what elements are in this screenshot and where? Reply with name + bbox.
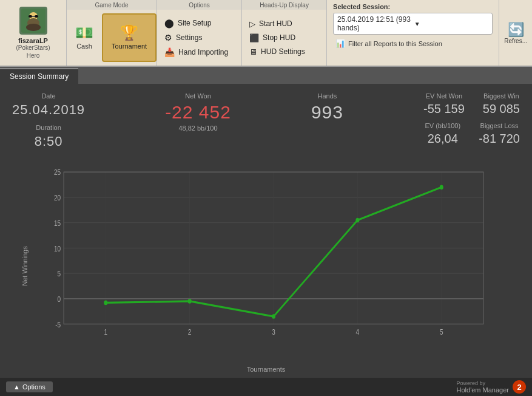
svg-point-33 <box>188 299 192 304</box>
svg-text:25: 25 <box>54 168 61 176</box>
stop-hud-icon: ⬛ <box>249 33 259 43</box>
duration-value: 8:50 <box>35 134 63 149</box>
tab-bar: Session Summary <box>0 67 532 84</box>
biggest-win-value: 59 085 <box>483 102 520 116</box>
start-hud-item[interactable]: ▷ Start HUD <box>247 18 322 30</box>
avatar <box>19 7 47 35</box>
refresh-section: 🔄 Refres... <box>499 0 532 66</box>
tournament-button[interactable]: 🏆 Tournament <box>102 13 157 62</box>
hud-settings-icon: 🖥 <box>249 47 257 56</box>
site-setup-item[interactable]: ⬤ Site Setup <box>162 17 237 29</box>
hand-importing-item[interactable]: 📥 Hand Importing <box>162 46 237 58</box>
options-bottom-label: Options <box>22 383 45 391</box>
net-won-value: -22 452 <box>165 102 231 123</box>
svg-point-34 <box>272 314 275 319</box>
site-setup-icon: ⬤ <box>164 18 174 28</box>
cash-label: Cash <box>76 43 92 50</box>
game-mode-section: Game Mode 💵 Cash 🏆 Tournament <box>67 0 157 66</box>
hands-value: 993 <box>311 102 343 123</box>
hero-section: fiszaraLP (PokerStars) Hero <box>0 0 67 66</box>
hud-settings-label: HUD Settings <box>261 47 305 56</box>
hero-sub: (PokerStars) <box>16 44 50 51</box>
hud-items: ▷ Start HUD ⬛ Stop HUD 🖥 HUD Settings <box>242 10 326 66</box>
y-axis-label: Net Winnings <box>21 246 29 285</box>
refresh-button[interactable]: 🔄 Refres... <box>504 22 527 44</box>
session-value: 25.04.2019 12:51 (993 hands) <box>337 15 412 32</box>
biggest-win-label: Biggest Win <box>483 92 519 100</box>
ev-bb100-value: 26,04 <box>428 132 458 146</box>
hand-importing-icon: 📥 <box>164 47 175 57</box>
duration-label: Duration <box>36 124 61 131</box>
date-col: Date 25.04.2019 Duration 8:50 <box>12 92 85 149</box>
x-axis-label: Tournaments <box>247 366 286 373</box>
ev-net-won-col: EV Net Won -55 159 <box>423 92 465 116</box>
stop-hud-label: Stop HUD <box>263 33 295 42</box>
cash-button[interactable]: 💵 Cash <box>67 13 102 62</box>
hands-label: Hands <box>318 92 337 100</box>
net-won-label: Net Won <box>185 92 211 100</box>
svg-rect-4 <box>32 16 35 17</box>
settings-item[interactable]: ⚙ Settings <box>162 32 237 44</box>
bottom-bar: ▲ Options Powered by Hold'em Manager 2 <box>0 378 532 396</box>
right-stats-col: EV Net Won -55 159 Biggest Win 59 085 EV… <box>423 92 520 146</box>
session-section: Selected Session: 25.04.2019 12:51 (993 … <box>327 0 499 66</box>
options-section-label: Options <box>157 0 241 10</box>
refresh-icon: 🔄 <box>508 22 524 38</box>
powered-by-label: Powered by <box>457 380 509 386</box>
svg-text:20: 20 <box>54 194 61 202</box>
version-label: 2 <box>517 383 521 392</box>
filter-button[interactable]: 📊 Filter all Reports to this Session <box>333 38 493 49</box>
ev-net-won-label: EV Net Won <box>426 92 462 100</box>
start-hud-label: Start HUD <box>259 19 292 28</box>
trophy-icon: 🏆 <box>120 26 138 40</box>
date-label: Date <box>41 92 55 100</box>
hand-importing-label: Hand Importing <box>178 48 228 56</box>
options-bottom-button[interactable]: ▲ Options <box>6 381 53 392</box>
chart-area: Net Winnings Tournaments 2520151050-5123… <box>0 154 532 378</box>
toolbar: fiszaraLP (PokerStars) Hero Game Mode 💵 … <box>0 0 532 67</box>
hud-section: Heads-Up Display ▷ Start HUD ⬛ Stop HUD … <box>242 0 327 66</box>
refresh-label: Refres... <box>504 38 527 44</box>
hud-settings-item[interactable]: 🖥 HUD Settings <box>247 46 322 58</box>
svg-point-6 <box>26 24 41 31</box>
net-won-col: Net Won -22 452 48,82 bb/100 <box>165 92 231 132</box>
net-won-sub: 48,82 bb/100 <box>178 125 217 132</box>
cash-icon: 💵 <box>75 26 93 40</box>
svg-rect-2 <box>29 15 32 18</box>
filter-icon: 📊 <box>335 39 345 48</box>
hero-label: Hero <box>27 52 40 59</box>
options-section: Options ⬤ Site Setup ⚙ Settings 📥 Hand I… <box>157 0 242 66</box>
options-items: ⬤ Site Setup ⚙ Settings 📥 Hand Importing <box>157 10 241 66</box>
biggest-loss-value: -81 720 <box>479 132 520 146</box>
chart-svg: 2520151050-512345 <box>39 160 496 347</box>
settings-icon: ⚙ <box>164 33 172 43</box>
svg-text:15: 15 <box>54 219 61 227</box>
ev-bb100-col: EV (bb/100) 26,04 <box>425 122 460 146</box>
biggest-win-col: Biggest Win 59 085 <box>483 92 520 116</box>
svg-text:0: 0 <box>58 295 61 303</box>
options-arrow-icon: ▲ <box>13 383 20 391</box>
svg-point-35 <box>355 218 359 223</box>
hero-name: fiszaraLP <box>18 37 48 44</box>
svg-rect-3 <box>35 15 38 18</box>
tournament-label: Tournament <box>112 43 147 50</box>
hands-col: Hands 993 <box>311 92 343 123</box>
powered-by-text: Powered by Hold'em Manager <box>457 380 509 394</box>
svg-text:1: 1 <box>104 328 108 336</box>
powered-by: Powered by Hold'em Manager 2 <box>457 380 526 394</box>
ev-bb100-label: EV (bb/100) <box>425 122 460 129</box>
ev-net-won-value: -55 159 <box>423 102 465 116</box>
svg-point-32 <box>104 301 107 306</box>
stats-panel: Date 25.04.2019 Duration 8:50 Net Won -2… <box>0 84 532 154</box>
svg-point-36 <box>440 185 443 189</box>
session-dropdown[interactable]: 25.04.2019 12:51 (993 hands) ▼ <box>333 13 493 35</box>
session-summary-tab[interactable]: Session Summary <box>0 68 78 84</box>
hm2-badge: 2 <box>513 380 526 394</box>
main-content: Date 25.04.2019 Duration 8:50 Net Won -2… <box>0 84 532 378</box>
selected-session-label: Selected Session: <box>333 3 493 10</box>
game-mode-buttons: 💵 Cash 🏆 Tournament <box>67 10 157 66</box>
svg-text:5: 5 <box>440 328 443 336</box>
stop-hud-item[interactable]: ⬛ Stop HUD <box>247 32 322 44</box>
biggest-loss-col: Biggest Loss -81 720 <box>479 122 520 146</box>
session-summary-tab-label: Session Summary <box>10 72 69 81</box>
